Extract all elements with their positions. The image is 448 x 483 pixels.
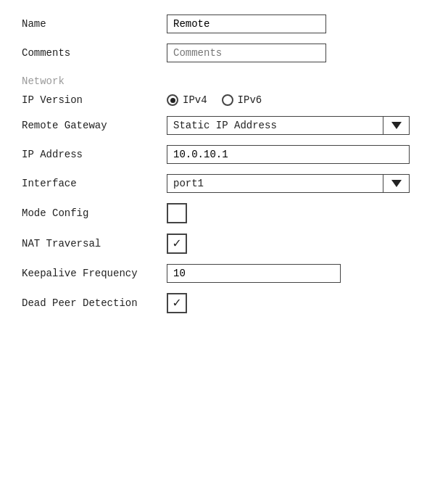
dead-peer-label: Dead Peer Detection (22, 297, 167, 309)
comments-row: Comments (22, 44, 426, 62)
interface-label: Interface (22, 178, 167, 189)
interface-row: Interface port1 (22, 174, 426, 193)
keepalive-label: Keepalive Frequency (22, 268, 167, 279)
ipv6-label: IPv6 (238, 94, 262, 106)
ip-address-row: IP Address (22, 145, 426, 164)
name-input[interactable] (167, 15, 326, 33)
remote-gateway-value: Static IP Address (167, 117, 383, 134)
nat-traversal-row: NAT Traversal ✓ (22, 234, 426, 254)
ip-address-label: IP Address (22, 149, 167, 160)
ipv4-label: IPv4 (183, 94, 207, 106)
name-label: Name (22, 18, 167, 30)
chevron-down-icon (391, 180, 402, 187)
interface-dropdown[interactable]: port1 (167, 174, 410, 193)
remote-gateway-label: Remote Gateway (22, 120, 167, 131)
ipv4-radio[interactable]: IPv4 (167, 94, 207, 106)
ip-version-radio-group: IPv4 IPv6 (167, 94, 262, 106)
name-row: Name (22, 15, 426, 33)
remote-gateway-row: Remote Gateway Static IP Address (22, 116, 426, 135)
mode-config-checkbox[interactable] (167, 203, 187, 223)
ip-address-input[interactable] (167, 145, 410, 164)
remote-gateway-arrow[interactable] (383, 117, 409, 134)
comments-label: Comments (22, 47, 167, 59)
comments-input[interactable] (167, 44, 326, 62)
interface-arrow[interactable] (383, 175, 409, 192)
remote-gateway-dropdown[interactable]: Static IP Address (167, 116, 410, 135)
ipv6-radio-circle (222, 94, 233, 106)
interface-value: port1 (167, 175, 383, 192)
chevron-down-icon (391, 122, 402, 129)
keepalive-row: Keepalive Frequency (22, 264, 426, 283)
dead-peer-checkbox[interactable]: ✓ (167, 293, 187, 313)
checkmark-icon: ✓ (173, 237, 181, 250)
dead-peer-row: Dead Peer Detection ✓ (22, 293, 426, 313)
network-section: Network IP Version IPv4 IPv6 Remote Gate… (22, 75, 426, 313)
mode-config-row: Mode Config (22, 203, 426, 223)
ip-version-label: IP Version (22, 94, 167, 106)
keepalive-input[interactable] (167, 264, 341, 283)
nat-traversal-checkbox[interactable]: ✓ (167, 234, 187, 254)
mode-config-label: Mode Config (22, 207, 167, 219)
checkmark-icon: ✓ (173, 297, 181, 310)
ip-version-row: IP Version IPv4 IPv6 (22, 94, 426, 106)
network-section-label: Network (22, 75, 426, 87)
ipv6-radio[interactable]: IPv6 (222, 94, 262, 106)
ipv4-radio-circle (167, 94, 178, 106)
nat-traversal-label: NAT Traversal (22, 238, 167, 249)
